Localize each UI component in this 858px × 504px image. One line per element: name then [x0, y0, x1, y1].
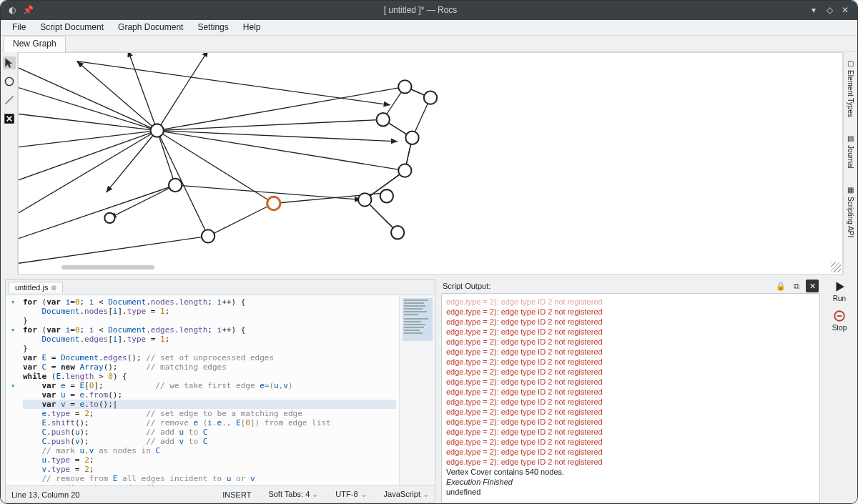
panel-journal[interactable]: ▤ Journal [847, 132, 854, 172]
edge-tool[interactable] [3, 94, 16, 107]
tool-strip [1, 52, 18, 275]
svg-rect-59 [404, 321, 421, 322]
stop-button[interactable]: Stop [832, 310, 847, 332]
svg-line-12 [157, 131, 175, 185]
svg-point-39 [151, 124, 164, 137]
script-editor: untitled.js ⊗ ▾▾ ▾ ▾▾ for (var i=0; i < … [5, 279, 435, 503]
svg-point-50 [380, 189, 393, 202]
soft-tabs[interactable]: Soft Tabs: 4 [268, 490, 318, 499]
svg-rect-52 [404, 300, 428, 301]
cursor-position: Line 13, Column 20 [11, 490, 79, 499]
svg-rect-56 [404, 311, 427, 312]
panel-element-types[interactable]: ▢ Element Types [847, 56, 854, 120]
menu-file[interactable]: File [5, 20, 33, 34]
svg-point-41 [202, 229, 214, 242]
delete-tool[interactable] [3, 112, 16, 125]
pin-icon[interactable]: 📌 [22, 4, 34, 16]
svg-line-20 [157, 119, 383, 130]
window-title: [ untitled ]* — Rocs [34, 5, 807, 15]
menu-settings[interactable]: Settings [190, 20, 235, 34]
pointer-tool[interactable] [3, 56, 16, 69]
edit-mode[interactable]: INSERT [222, 490, 251, 499]
run-button[interactable]: Run [833, 280, 846, 302]
titlebar: ◐ 📌 [ untitled ]* — Rocs ▾ ◇ ✕ [1, 1, 857, 20]
svg-line-25 [157, 87, 405, 131]
svg-rect-60 [404, 324, 425, 325]
svg-rect-53 [404, 302, 424, 304]
graph-scrollbar[interactable] [61, 265, 154, 270]
svg-point-0 [5, 78, 13, 86]
tab-new-graph[interactable]: New Graph [4, 36, 66, 52]
panel-scripting-api[interactable]: ▦ Scripting API [847, 183, 854, 240]
svg-line-17 [19, 185, 175, 244]
lock-icon[interactable]: 🔒 [774, 280, 787, 292]
svg-point-40 [169, 179, 182, 192]
graph-canvas[interactable] [18, 52, 843, 275]
svg-rect-55 [404, 308, 423, 310]
svg-rect-62 [404, 330, 420, 331]
maximize-icon[interactable]: ◇ [823, 4, 836, 16]
svg-rect-54 [404, 305, 425, 307]
svg-line-26 [77, 61, 390, 105]
svg-rect-63 [404, 332, 423, 334]
close-icon[interactable]: ✕ [839, 4, 852, 16]
svg-line-15 [109, 185, 175, 218]
svg-rect-61 [404, 327, 424, 328]
svg-line-3 [19, 61, 157, 131]
menu-graph-document[interactable]: Graph Document [111, 20, 190, 34]
svg-point-45 [377, 113, 390, 126]
fold-gutter[interactable]: ▾▾ ▾ ▾▾ [6, 295, 20, 485]
selected-node [267, 197, 280, 209]
menu-help[interactable]: Help [236, 20, 268, 34]
language[interactable]: JavaScript [384, 490, 429, 499]
graph-resize-handle[interactable] [831, 262, 841, 272]
svg-point-44 [424, 92, 437, 104]
svg-point-48 [358, 193, 371, 206]
run-controls: Run Stop [826, 279, 853, 503]
minimap[interactable] [399, 295, 435, 485]
svg-point-46 [405, 132, 418, 144]
svg-line-11 [157, 53, 208, 131]
svg-line-9 [77, 61, 157, 131]
close-icon[interactable]: ⊗ [51, 284, 56, 292]
menu-script-document[interactable]: Script Document [33, 20, 111, 34]
editor-tab-untitled[interactable]: untitled.js ⊗ [9, 282, 63, 292]
script-output-pane: Script Output: 🔒 ⧉ ✕ edge.type = 2): edg… [441, 279, 820, 503]
menubar: File Script Document Graph Document Sett… [1, 20, 857, 36]
svg-rect-58 [404, 318, 428, 320]
output-label: Script Output: [443, 282, 490, 290]
svg-point-47 [398, 164, 411, 177]
circle-node-tool[interactable] [3, 75, 16, 88]
svg-point-49 [391, 226, 404, 239]
svg-line-6 [19, 131, 157, 149]
graph-tabbar: New Graph [1, 36, 857, 52]
clear-icon[interactable]: ✕ [806, 280, 819, 292]
svg-line-4 [19, 83, 157, 130]
svg-line-16 [208, 204, 274, 237]
app-icon: ◐ [6, 4, 18, 16]
svg-line-1 [5, 97, 13, 104]
output-body[interactable]: edge.type = 2): edge type ID 2 not regis… [441, 293, 820, 503]
code-area[interactable]: for (var i=0; i < Document.nodes.length;… [20, 295, 399, 485]
encoding[interactable]: UTF-8 [335, 490, 366, 499]
side-panel-strip: ▢ Element Types ▤ Journal ▦ Scripting AP… [843, 52, 857, 275]
svg-line-18 [19, 237, 208, 266]
svg-point-42 [104, 213, 114, 223]
editor-statusbar: Line 13, Column 20 INSERT Soft Tabs: 4 U… [6, 485, 435, 503]
copy-icon[interactable]: ⧉ [790, 280, 803, 292]
svg-rect-57 [404, 314, 418, 315]
minimize-icon[interactable]: ▾ [807, 4, 820, 16]
editor-tab-label: untitled.js [15, 283, 48, 292]
svg-point-43 [398, 80, 411, 93]
